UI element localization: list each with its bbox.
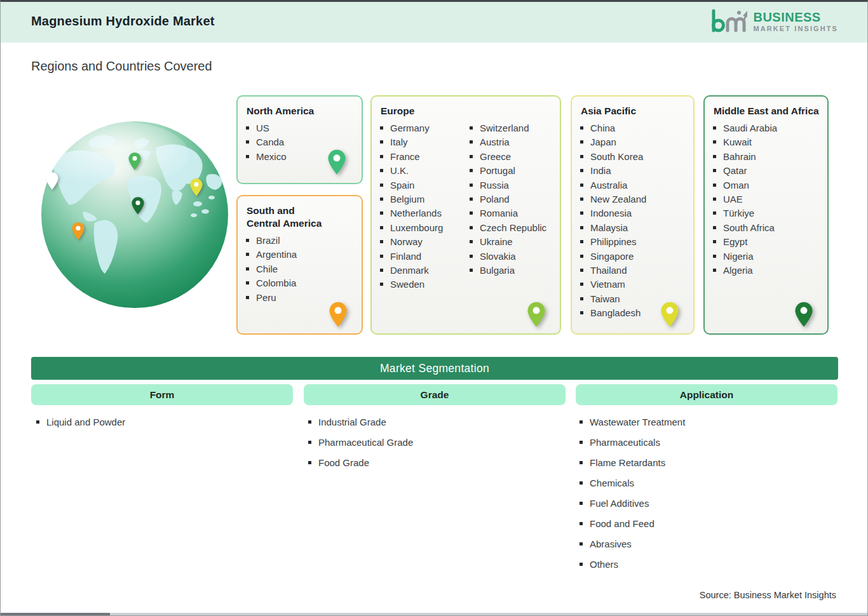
segment-list-grade: Industrial GradePharmaceutical GradeFood…	[308, 412, 413, 473]
region-card-europe: Europe GermanyItalyFranceU.K.SpainBelgiu…	[370, 95, 561, 335]
source-note: Source: Business Market Insights	[700, 590, 836, 600]
country-item: Egypt	[712, 235, 820, 249]
bullet-square-icon	[580, 481, 583, 485]
horizontal-scrollbar[interactable]	[1, 613, 867, 615]
segment-header-label: Application	[680, 389, 733, 401]
section-title: Regions and Countries Covered	[31, 59, 212, 74]
bullet-square-icon	[580, 297, 583, 300]
country-item: France	[379, 150, 463, 164]
country-item: Singapore	[580, 250, 686, 264]
country-item: Ukraine	[469, 235, 552, 249]
country-item: Algeria	[712, 264, 820, 278]
country-item: Saudi Arabia	[712, 121, 820, 135]
bullet-square-icon	[580, 240, 583, 243]
bullet-square-icon	[580, 126, 583, 130]
bullet-square-icon	[470, 169, 473, 172]
bullet-square-icon	[580, 311, 583, 314]
country-item: Italy	[379, 135, 463, 149]
horizontal-scrollbar-thumb[interactable]	[1, 613, 110, 615]
bullet-square-icon	[380, 269, 383, 272]
bullet-square-icon	[380, 255, 383, 258]
country-item: Norway	[379, 235, 463, 249]
bullet-square-icon	[713, 240, 716, 243]
bullet-square-icon	[713, 198, 716, 201]
bullet-square-icon	[380, 198, 383, 201]
segment-list-form: Liquid and Powder	[36, 412, 125, 432]
bullet-square-icon	[470, 198, 473, 201]
country-item: Austria	[469, 135, 552, 149]
report-page: Magnesium Hydroxide Market BUSINESS MARK…	[0, 0, 868, 616]
segment-header-grade: Grade	[304, 384, 566, 405]
country-item: Oman	[712, 178, 820, 192]
country-item: Poland	[469, 192, 552, 206]
region-pin-icon	[326, 149, 348, 177]
bullet-square-icon	[580, 169, 583, 172]
country-item: Türkiye	[712, 206, 820, 220]
country-item: Bahrain	[712, 150, 820, 164]
bullet-square-icon	[380, 140, 383, 144]
country-item: U.K.	[379, 164, 463, 178]
bullet-square-icon	[246, 126, 249, 130]
segment-item: Pharmaceuticals	[579, 432, 685, 453]
segment-item: Chemicals	[579, 473, 685, 493]
region-card-south-central-america: South and Central America BrazilArgentin…	[236, 195, 363, 335]
bullet-square-icon	[580, 198, 583, 201]
country-item: Czech Republic	[469, 221, 552, 235]
country-item: Portugal	[469, 164, 552, 178]
bullet-square-icon	[380, 211, 383, 215]
segment-list-application: Wastewater TreatmentPharmaceuticalsFlame…	[579, 412, 685, 575]
segment-item: Industrial Grade	[308, 412, 413, 432]
country-item: Chile	[245, 262, 354, 276]
country-item: Indonesia	[580, 206, 686, 220]
region-title: South and Central America	[247, 204, 329, 230]
country-item: Denmark	[379, 264, 463, 278]
country-item: Philippines	[580, 235, 686, 249]
bullet-square-icon	[580, 522, 583, 525]
segment-header-label: Grade	[421, 389, 449, 401]
country-list: Saudi ArabiaKuwaitBahrainQatarOmanUAETür…	[712, 121, 820, 278]
country-item: Switzerland	[469, 121, 552, 135]
country-item: Qatar	[712, 164, 820, 178]
country-item: Spain	[379, 178, 463, 192]
region-title: North America	[247, 105, 354, 117]
bullet-square-icon	[580, 542, 583, 546]
bullet-square-icon	[580, 563, 583, 566]
logo-business-text: BUSINESS	[753, 11, 838, 23]
segment-item: Liquid and Powder	[36, 412, 125, 432]
country-item: Argentina	[245, 248, 354, 262]
segment-header-form: Form	[31, 384, 293, 405]
bullet-square-icon	[713, 211, 716, 215]
country-item: Slovakia	[469, 250, 552, 264]
segment-item: Fuel Additives	[579, 493, 685, 514]
bmi-logo-mark-icon	[708, 8, 747, 36]
bullet-square-icon	[380, 283, 383, 286]
bullet-square-icon	[246, 155, 249, 158]
bullet-square-icon	[380, 126, 383, 130]
region-title: Middle East and Africa	[714, 105, 820, 117]
globe-illustration	[41, 121, 228, 308]
bullet-square-icon	[246, 239, 249, 242]
country-item: South Korea	[580, 150, 686, 164]
bullet-square-icon	[470, 155, 473, 158]
bullet-square-icon	[380, 155, 383, 158]
page-title: Magnesium Hydroxide Market	[31, 14, 215, 29]
bullet-square-icon	[308, 420, 311, 424]
globe-pin-europe-icon	[127, 152, 142, 171]
country-item: Bulgaria	[469, 264, 552, 278]
country-item: Colombia	[245, 276, 354, 290]
region-pin-icon	[659, 301, 681, 329]
bullet-square-icon	[470, 126, 473, 130]
bullet-square-icon	[580, 226, 583, 229]
country-item: UAE	[712, 192, 820, 206]
bullet-square-icon	[580, 184, 583, 187]
globe-pin-north-america-icon	[44, 171, 60, 191]
country-item: Belgium	[379, 192, 463, 206]
segment-item: Flame Retardants	[579, 453, 685, 473]
country-list: GermanyItalyFranceU.K.SpainBelgiumNether…	[379, 121, 552, 292]
bullet-square-icon	[713, 126, 716, 130]
region-card-middle-east-africa: Middle East and Africa Saudi ArabiaKuwai…	[703, 95, 829, 335]
bullet-square-icon	[380, 226, 383, 229]
segment-header-application: Application	[576, 384, 837, 405]
market-segmentation-title: Market Segmentation	[380, 362, 489, 375]
country-item: China	[580, 121, 686, 135]
